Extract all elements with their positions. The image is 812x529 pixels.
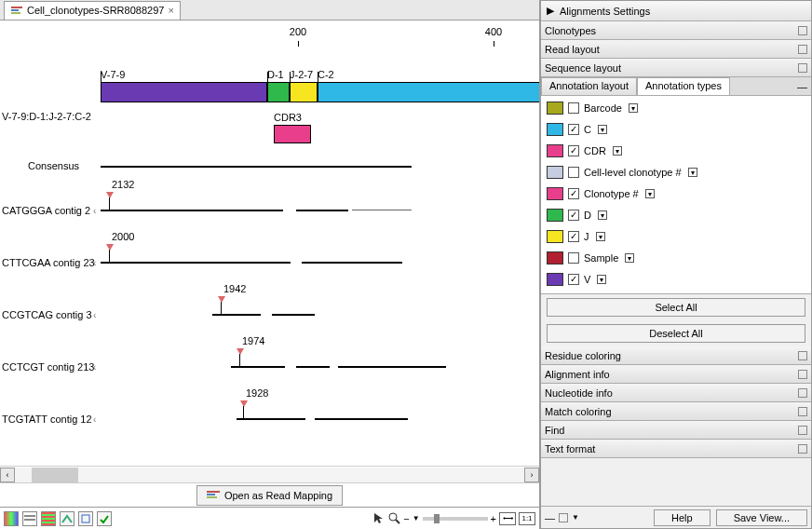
read-segment bbox=[296, 210, 348, 211]
collapse-icon[interactable]: ▶ bbox=[545, 6, 556, 17]
alignment-view[interactable]: 200400600 V-7-9D-1J-2-7C-2 V-7-9:D-1:J-2… bbox=[0, 20, 539, 466]
view-mode-2-icon[interactable] bbox=[22, 511, 37, 526]
expand-icon[interactable] bbox=[798, 426, 807, 435]
dropdown-icon[interactable]: ▾ bbox=[625, 253, 634, 263]
expand-icon[interactable] bbox=[798, 388, 807, 398]
save-view-button[interactable]: Save View... bbox=[716, 509, 807, 526]
view-mode-3-icon[interactable] bbox=[41, 511, 56, 526]
annotation-label: C bbox=[584, 124, 591, 135]
view-mode-5-icon[interactable] bbox=[78, 511, 93, 526]
chevron-left-icon: ‹ bbox=[93, 310, 96, 320]
pointer-icon[interactable] bbox=[372, 511, 385, 526]
checkbox[interactable]: ✓ bbox=[568, 124, 579, 135]
section-read-layout[interactable]: Read layout bbox=[541, 40, 811, 59]
svg-rect-2 bbox=[11, 12, 20, 14]
scroll-track[interactable] bbox=[15, 468, 524, 482]
minimize-icon[interactable]: — bbox=[545, 512, 555, 523]
minimize-icon[interactable]: — bbox=[797, 81, 807, 92]
tab-annotation-types[interactable]: Annotation types bbox=[637, 77, 730, 95]
color-swatch[interactable] bbox=[547, 187, 563, 200]
segment-J-2-7 bbox=[290, 82, 318, 102]
checkbox[interactable]: ✓ bbox=[568, 210, 579, 221]
expand-icon[interactable] bbox=[798, 351, 807, 360]
section-alignment-info[interactable]: Alignment info bbox=[541, 365, 811, 384]
document-tab[interactable]: Cell_clonotypes-SRR8088297 × bbox=[4, 1, 181, 20]
annotation-row-j: ✓J▾ bbox=[547, 230, 805, 243]
color-swatch[interactable] bbox=[547, 123, 563, 136]
expand-icon[interactable] bbox=[559, 513, 568, 522]
dropdown-icon[interactable]: ▾ bbox=[598, 210, 607, 220]
section-find[interactable]: Find bbox=[541, 421, 811, 440]
track-label: CCTCGT contig 213 bbox=[2, 361, 94, 373]
expand-icon[interactable] bbox=[798, 444, 807, 454]
checkbox[interactable]: ✓ bbox=[568, 145, 579, 156]
alignment-icon bbox=[207, 489, 220, 502]
chevron-left-icon: ‹ bbox=[93, 362, 96, 373]
annotation-row-d: ✓D▾ bbox=[547, 209, 805, 222]
read-segment bbox=[231, 366, 285, 368]
dropdown-icon[interactable]: ▾ bbox=[596, 232, 605, 241]
view-mode-6-icon[interactable] bbox=[97, 511, 112, 526]
open-as-read-mapping-button[interactable]: Open as Read Mapping bbox=[196, 485, 343, 506]
expand-icon[interactable] bbox=[798, 63, 807, 73]
checkbox[interactable] bbox=[568, 167, 579, 178]
section-text-format[interactable]: Text format bbox=[541, 440, 811, 458]
zoom-slider[interactable] bbox=[423, 517, 488, 521]
dropdown-icon[interactable]: ▾ bbox=[597, 275, 606, 284]
help-button[interactable]: Help bbox=[654, 509, 710, 526]
ruler-tick bbox=[298, 41, 299, 47]
checkbox[interactable]: ✓ bbox=[568, 188, 579, 199]
color-swatch[interactable] bbox=[547, 166, 563, 179]
tab-annotation-layout[interactable]: Annotation layout bbox=[541, 77, 637, 95]
chevron-down-icon[interactable]: ▼ bbox=[413, 514, 420, 522]
view-mode-1-icon[interactable] bbox=[4, 511, 19, 526]
color-swatch[interactable] bbox=[547, 144, 563, 157]
slider-thumb[interactable] bbox=[434, 514, 440, 523]
one-to-one-button[interactable]: 1:1 bbox=[519, 512, 535, 525]
horizontal-scrollbar[interactable]: ‹ › bbox=[0, 466, 539, 482]
close-icon[interactable]: × bbox=[168, 5, 173, 16]
zoom-out-button[interactable]: − bbox=[403, 513, 409, 524]
svg-line-11 bbox=[396, 520, 399, 523]
dropdown-icon[interactable]: ▾ bbox=[613, 146, 622, 156]
section-residue-coloring[interactable]: Residue coloring bbox=[541, 346, 811, 365]
select-all-button[interactable]: Select All bbox=[547, 298, 805, 317]
read-segment-thin bbox=[352, 210, 412, 210]
svg-rect-3 bbox=[207, 491, 220, 493]
section-clonotypes[interactable]: Clonotypes bbox=[541, 21, 811, 40]
section-nucleotide-info[interactable]: Nucleotide info bbox=[541, 384, 811, 402]
view-mode-4-icon[interactable] bbox=[60, 511, 74, 526]
scroll-left-button[interactable]: ‹ bbox=[0, 468, 15, 482]
expand-icon[interactable] bbox=[798, 370, 807, 379]
section-match-coloring[interactable]: Match coloring bbox=[541, 402, 811, 421]
expand-icon[interactable] bbox=[798, 45, 807, 54]
chevron-down-icon[interactable]: ▼ bbox=[572, 513, 579, 522]
svg-point-10 bbox=[389, 513, 397, 521]
checkbox[interactable] bbox=[568, 252, 579, 264]
expand-icon[interactable] bbox=[798, 407, 807, 416]
checkbox[interactable]: ✓ bbox=[568, 231, 579, 242]
color-swatch[interactable] bbox=[547, 209, 563, 222]
section-sequence-layout[interactable]: Sequence layout bbox=[541, 59, 811, 77]
section-label: Read layout bbox=[545, 44, 600, 55]
expand-icon[interactable] bbox=[798, 26, 807, 35]
zoom-in-button[interactable]: + bbox=[491, 513, 496, 524]
track-label: V-7-9:D-1:J-2-7:C-2 bbox=[2, 111, 91, 122]
checkbox[interactable]: ✓ bbox=[568, 274, 579, 285]
dropdown-icon[interactable]: ▾ bbox=[645, 189, 655, 198]
color-swatch[interactable] bbox=[547, 102, 563, 115]
magnifier-icon[interactable] bbox=[387, 511, 400, 526]
dropdown-icon[interactable]: ▾ bbox=[598, 125, 607, 134]
color-swatch[interactable] bbox=[547, 273, 563, 286]
deselect-all-button[interactable]: Deselect All bbox=[547, 324, 805, 343]
read-track: CTTCGAA contig 23‹2000 bbox=[0, 227, 539, 279]
scroll-right-button[interactable]: › bbox=[524, 468, 539, 482]
dropdown-icon[interactable]: ▾ bbox=[629, 103, 638, 113]
color-swatch[interactable] bbox=[547, 251, 563, 264]
fit-width-button[interactable]: ⟷ bbox=[499, 512, 516, 525]
scroll-thumb[interactable] bbox=[32, 468, 78, 482]
checkbox[interactable] bbox=[568, 102, 579, 114]
dropdown-icon[interactable]: ▾ bbox=[688, 168, 697, 177]
position-marker-icon bbox=[106, 192, 114, 198]
color-swatch[interactable] bbox=[547, 230, 563, 243]
